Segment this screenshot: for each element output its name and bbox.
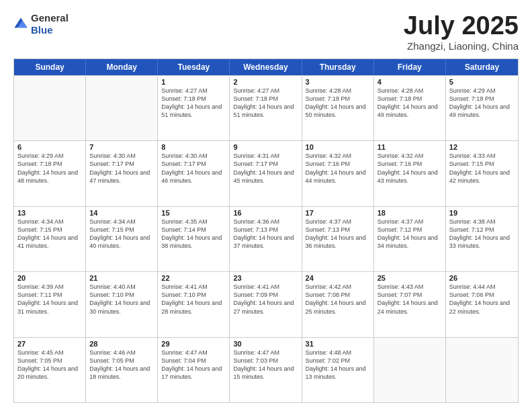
calendar-cell: 8Sunrise: 4:30 AMSunset: 7:17 PMDaylight… xyxy=(158,141,230,205)
day-info: Sunrise: 4:36 AMSunset: 7:13 PMDaylight:… xyxy=(233,218,298,250)
calendar-header-cell: Sunday xyxy=(14,59,86,75)
day-info: Sunrise: 4:42 AMSunset: 7:08 PMDaylight:… xyxy=(306,283,370,316)
day-number: 16 xyxy=(233,209,298,217)
day-info: Sunrise: 4:32 AMSunset: 7:16 PMDaylight:… xyxy=(378,152,442,185)
day-number: 31 xyxy=(306,340,370,348)
calendar-cell: 5Sunrise: 4:29 AMSunset: 7:18 PMDaylight… xyxy=(446,76,518,140)
day-info: Sunrise: 4:47 AMSunset: 7:03 PMDaylight:… xyxy=(233,349,298,381)
day-number: 15 xyxy=(161,209,226,217)
calendar-cell: 12Sunrise: 4:33 AMSunset: 7:15 PMDayligh… xyxy=(446,141,518,205)
day-info: Sunrise: 4:48 AMSunset: 7:02 PMDaylight:… xyxy=(306,349,370,381)
day-info: Sunrise: 4:46 AMSunset: 7:05 PMDaylight:… xyxy=(89,349,154,381)
calendar-header-cell: Tuesday xyxy=(158,59,230,75)
day-info: Sunrise: 4:44 AMSunset: 7:06 PMDaylight:… xyxy=(449,283,515,316)
day-info: Sunrise: 4:43 AMSunset: 7:07 PMDaylight:… xyxy=(378,283,442,316)
day-info: Sunrise: 4:37 AMSunset: 7:13 PMDaylight:… xyxy=(306,218,370,250)
calendar-cell: 22Sunrise: 4:41 AMSunset: 7:10 PMDayligh… xyxy=(158,272,230,336)
calendar-row: 6Sunrise: 4:29 AMSunset: 7:18 PMDaylight… xyxy=(14,140,518,205)
calendar-cell: 18Sunrise: 4:37 AMSunset: 7:12 PMDayligh… xyxy=(374,207,446,271)
day-info: Sunrise: 4:32 AMSunset: 7:16 PMDaylight:… xyxy=(306,152,370,185)
calendar-cell: 24Sunrise: 4:42 AMSunset: 7:08 PMDayligh… xyxy=(302,272,374,336)
day-number: 11 xyxy=(378,143,442,151)
day-info: Sunrise: 4:34 AMSunset: 7:15 PMDaylight:… xyxy=(17,218,82,250)
day-number: 8 xyxy=(161,143,226,151)
day-number: 25 xyxy=(378,274,442,282)
day-info: Sunrise: 4:29 AMSunset: 7:18 PMDaylight:… xyxy=(449,87,515,120)
calendar-cell: 29Sunrise: 4:47 AMSunset: 7:04 PMDayligh… xyxy=(158,338,230,402)
day-info: Sunrise: 4:30 AMSunset: 7:17 PMDaylight:… xyxy=(89,152,154,185)
title-month: July 2025 xyxy=(404,12,519,40)
calendar-cell: 26Sunrise: 4:44 AMSunset: 7:06 PMDayligh… xyxy=(446,272,518,336)
day-info: Sunrise: 4:31 AMSunset: 7:17 PMDaylight:… xyxy=(233,152,298,185)
day-info: Sunrise: 4:47 AMSunset: 7:04 PMDaylight:… xyxy=(161,349,226,381)
calendar-cell: 20Sunrise: 4:39 AMSunset: 7:11 PMDayligh… xyxy=(14,272,86,336)
calendar-row: 1Sunrise: 4:27 AMSunset: 7:18 PMDaylight… xyxy=(14,75,518,140)
day-number: 20 xyxy=(17,274,82,282)
calendar-cell: 9Sunrise: 4:31 AMSunset: 7:17 PMDaylight… xyxy=(230,141,302,205)
calendar-cell: 28Sunrise: 4:46 AMSunset: 7:05 PMDayligh… xyxy=(86,338,158,402)
calendar-row: 20Sunrise: 4:39 AMSunset: 7:11 PMDayligh… xyxy=(14,271,518,336)
day-info: Sunrise: 4:27 AMSunset: 7:18 PMDaylight:… xyxy=(233,87,298,120)
day-info: Sunrise: 4:34 AMSunset: 7:15 PMDaylight:… xyxy=(89,218,154,250)
day-number: 27 xyxy=(17,340,82,348)
calendar-cell: 30Sunrise: 4:47 AMSunset: 7:03 PMDayligh… xyxy=(230,338,302,402)
day-number: 18 xyxy=(378,209,442,217)
day-info: Sunrise: 4:33 AMSunset: 7:15 PMDaylight:… xyxy=(449,152,515,185)
calendar-cell: 15Sunrise: 4:35 AMSunset: 7:14 PMDayligh… xyxy=(158,207,230,271)
day-info: Sunrise: 4:45 AMSunset: 7:05 PMDaylight:… xyxy=(17,349,82,381)
calendar-cell xyxy=(374,338,446,402)
day-number: 26 xyxy=(449,274,515,282)
calendar-cell: 17Sunrise: 4:37 AMSunset: 7:13 PMDayligh… xyxy=(302,207,374,271)
calendar-header-row: SundayMondayTuesdayWednesdayThursdayFrid… xyxy=(14,59,518,75)
day-info: Sunrise: 4:28 AMSunset: 7:18 PMDaylight:… xyxy=(306,87,370,120)
calendar-cell: 11Sunrise: 4:32 AMSunset: 7:16 PMDayligh… xyxy=(374,141,446,205)
calendar-cell: 13Sunrise: 4:34 AMSunset: 7:15 PMDayligh… xyxy=(14,207,86,271)
day-number: 21 xyxy=(89,274,154,282)
day-number: 30 xyxy=(233,340,298,348)
calendar-cell: 3Sunrise: 4:28 AMSunset: 7:18 PMDaylight… xyxy=(302,76,374,140)
day-info: Sunrise: 4:39 AMSunset: 7:11 PMDaylight:… xyxy=(17,283,82,316)
day-info: Sunrise: 4:38 AMSunset: 7:12 PMDaylight:… xyxy=(449,218,515,250)
calendar-header-cell: Saturday xyxy=(446,59,518,75)
day-info: Sunrise: 4:28 AMSunset: 7:18 PMDaylight:… xyxy=(378,87,442,120)
calendar-header-cell: Wednesday xyxy=(230,59,302,75)
day-info: Sunrise: 4:35 AMSunset: 7:14 PMDaylight:… xyxy=(161,218,226,250)
day-number: 7 xyxy=(89,143,154,151)
day-info: Sunrise: 4:29 AMSunset: 7:18 PMDaylight:… xyxy=(17,152,82,185)
calendar-cell: 25Sunrise: 4:43 AMSunset: 7:07 PMDayligh… xyxy=(374,272,446,336)
day-info: Sunrise: 4:41 AMSunset: 7:09 PMDaylight:… xyxy=(233,283,298,316)
day-info: Sunrise: 4:30 AMSunset: 7:17 PMDaylight:… xyxy=(161,152,226,185)
day-number: 17 xyxy=(306,209,370,217)
logo-blue: Blue xyxy=(31,24,53,36)
day-number: 4 xyxy=(378,78,442,86)
calendar-header-cell: Friday xyxy=(374,59,446,75)
day-info: Sunrise: 4:27 AMSunset: 7:18 PMDaylight:… xyxy=(161,87,226,120)
calendar-cell: 16Sunrise: 4:36 AMSunset: 7:13 PMDayligh… xyxy=(230,207,302,271)
day-number: 29 xyxy=(161,340,226,348)
day-number: 28 xyxy=(89,340,154,348)
day-info: Sunrise: 4:41 AMSunset: 7:10 PMDaylight:… xyxy=(161,283,226,316)
day-number: 24 xyxy=(306,274,370,282)
day-number: 2 xyxy=(233,78,298,86)
calendar-cell: 23Sunrise: 4:41 AMSunset: 7:09 PMDayligh… xyxy=(230,272,302,336)
calendar-header-cell: Thursday xyxy=(302,59,374,75)
day-number: 12 xyxy=(449,143,515,151)
calendar-cell: 14Sunrise: 4:34 AMSunset: 7:15 PMDayligh… xyxy=(86,207,158,271)
calendar-body: 1Sunrise: 4:27 AMSunset: 7:18 PMDaylight… xyxy=(14,75,518,402)
title-location: Zhangzi, Liaoning, China xyxy=(404,40,519,52)
logo-icon xyxy=(13,17,28,32)
day-number: 23 xyxy=(233,274,298,282)
title-block: July 2025 Zhangzi, Liaoning, China xyxy=(404,12,519,52)
logo: General Blue xyxy=(13,12,69,36)
calendar-header-cell: Monday xyxy=(86,59,158,75)
calendar: SundayMondayTuesdayWednesdayThursdayFrid… xyxy=(13,58,519,403)
day-number: 3 xyxy=(306,78,370,86)
calendar-cell xyxy=(446,338,518,402)
calendar-cell: 7Sunrise: 4:30 AMSunset: 7:17 PMDaylight… xyxy=(86,141,158,205)
calendar-cell: 10Sunrise: 4:32 AMSunset: 7:16 PMDayligh… xyxy=(302,141,374,205)
calendar-cell: 27Sunrise: 4:45 AMSunset: 7:05 PMDayligh… xyxy=(14,338,86,402)
calendar-cell: 2Sunrise: 4:27 AMSunset: 7:18 PMDaylight… xyxy=(230,76,302,140)
calendar-cell xyxy=(86,76,158,140)
calendar-cell: 4Sunrise: 4:28 AMSunset: 7:18 PMDaylight… xyxy=(374,76,446,140)
page: General Blue July 2025 Zhangzi, Liaoning… xyxy=(0,0,532,411)
